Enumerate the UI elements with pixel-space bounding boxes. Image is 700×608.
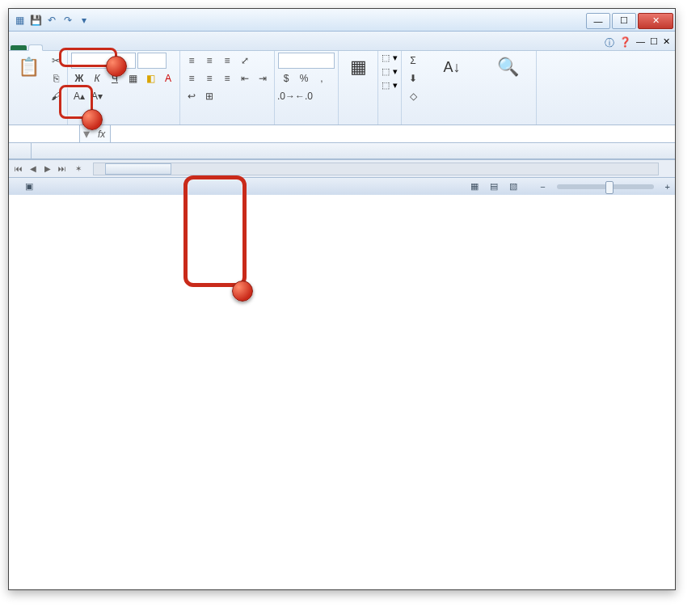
format-cell-icon: ⬚ [382, 80, 390, 91]
ribbon-minimize-icon[interactable]: ⓘ [605, 36, 614, 50]
grid-container [9, 143, 675, 159]
zoom-out-button[interactable]: − [540, 182, 545, 192]
styles-button[interactable]: ▦ [342, 53, 374, 83]
help-icon[interactable]: ❓ [619, 36, 631, 50]
tab-data[interactable] [82, 45, 95, 50]
ribbon-window-min-icon[interactable]: — [636, 36, 645, 50]
insert-cell-icon: ⬚ [382, 53, 390, 63]
orientation-button[interactable]: ⤢ [237, 53, 253, 69]
tab-addins[interactable] [133, 45, 146, 50]
save-icon[interactable]: 💾 [28, 13, 43, 27]
maximize-button[interactable]: ☐ [612, 13, 636, 29]
grow-font-button[interactable]: A▴ [71, 88, 87, 104]
tab-home[interactable] [28, 44, 43, 51]
zoom-in-button[interactable]: + [665, 182, 670, 192]
align-top-button[interactable]: ≡ [183, 53, 200, 69]
fill-button[interactable]: ⬇ [405, 70, 421, 87]
fill-color-button[interactable]: ◧ [142, 70, 158, 87]
group-cells: ⬚ ▾ ⬚ ▾ ⬚ ▾ [378, 51, 402, 125]
clipboard-label [12, 122, 64, 125]
sort-filter-button[interactable]: A↓ [424, 53, 479, 83]
sheet-nav-first[interactable]: ⏮ [12, 163, 25, 175]
editing-label [405, 122, 533, 125]
find-select-button[interactable]: 🔍 [483, 53, 533, 83]
align-center-button[interactable]: ≡ [201, 70, 217, 87]
tab-view[interactable] [108, 45, 120, 50]
italic-button[interactable]: К [89, 70, 105, 87]
tab-layout[interactable] [56, 45, 69, 50]
tab-formulas[interactable] [69, 45, 82, 50]
view-pagebreak-icon[interactable]: ▧ [509, 181, 517, 192]
align-label [183, 122, 271, 125]
percent-button[interactable]: % [296, 70, 312, 87]
tab-insert[interactable] [43, 45, 56, 50]
indent-inc-button[interactable]: ⇥ [255, 70, 271, 87]
status-bar: ▣ ▦ ▤ ▧ − + [9, 177, 675, 195]
sheet-nav-prev[interactable]: ◀ [27, 163, 40, 175]
new-sheet-button[interactable]: ✶ [72, 163, 85, 175]
font-size-combo[interactable] [137, 53, 167, 69]
tab-foxit[interactable] [146, 45, 159, 50]
ribbon-window-close-icon[interactable]: ✕ [663, 36, 670, 50]
number-label [278, 122, 335, 125]
close-button[interactable]: ✕ [638, 13, 673, 29]
decrease-decimal-button[interactable]: ←.0 [296, 88, 312, 104]
titlebar: ▦ 💾 ↶ ↷ ▾ — ☐ ✕ [9, 9, 675, 32]
align-left-button[interactable]: ≡ [183, 70, 200, 87]
name-box[interactable] [9, 125, 80, 142]
format-painter-button[interactable]: 🖌 [48, 88, 64, 104]
number-format-combo[interactable] [278, 53, 335, 69]
copy-button[interactable]: ⎘ [48, 70, 64, 87]
styles-icon: ▦ [345, 54, 371, 80]
align-bottom-button[interactable]: ≡ [219, 53, 235, 69]
shrink-font-button[interactable]: A▾ [89, 88, 105, 104]
align-middle-button[interactable]: ≡ [201, 53, 217, 69]
indent-dec-button[interactable]: ⇤ [237, 70, 253, 87]
group-styles: ▦ [339, 51, 378, 125]
bold-button[interactable]: Ж [71, 70, 87, 87]
cells-delete-button[interactable]: ⬚ ▾ [382, 66, 398, 77]
tab-dev[interactable] [120, 45, 133, 50]
currency-button[interactable]: $ [278, 70, 294, 87]
view-normal-icon[interactable]: ▦ [470, 181, 479, 192]
cells-insert-button[interactable]: ⬚ ▾ [382, 53, 398, 63]
macro-record-icon[interactable]: ▣ [25, 181, 33, 192]
tab-review[interactable] [95, 45, 108, 50]
app-window: ▦ 💾 ↶ ↷ ▾ — ☐ ✕ ⓘ ❓ — ☐ ✕ [8, 8, 676, 590]
border-button[interactable]: ▦ [124, 70, 141, 87]
horizontal-scrollbar[interactable] [93, 163, 659, 175]
callout-badge-1 [232, 281, 253, 302]
zoom-slider[interactable] [557, 184, 654, 189]
tab-file[interactable] [11, 45, 27, 50]
sheet-nav-next[interactable]: ▶ [41, 163, 54, 175]
font-color-button[interactable]: A [160, 70, 176, 87]
wrap-text-button[interactable]: ↩ [183, 88, 200, 104]
redo-icon[interactable]: ↷ [61, 13, 75, 27]
undo-icon[interactable]: ↶ [44, 13, 59, 27]
tab-abbyy[interactable] [159, 45, 172, 50]
qat-more-icon[interactable]: ▾ [77, 13, 91, 27]
cut-button[interactable]: ✂ [48, 53, 64, 69]
callout-badge-2 [106, 56, 127, 77]
minimize-button[interactable]: — [586, 13, 610, 29]
align-right-button[interactable]: ≡ [219, 70, 235, 87]
increase-decimal-button[interactable]: .0→ [278, 88, 294, 104]
comma-button[interactable]: , [314, 70, 330, 87]
delete-cell-icon: ⬚ [382, 66, 390, 77]
autosum-button[interactable]: Σ [405, 53, 421, 69]
paste-button[interactable]: 📋 [12, 53, 44, 83]
quick-access-toolbar: ▦ 💾 ↶ ↷ ▾ [9, 13, 95, 27]
merge-button[interactable]: ⊞ [201, 88, 217, 104]
group-clipboard: 📋 ✂ ⎘ 🖌 [9, 51, 68, 125]
binoculars-icon: 🔍 [495, 54, 521, 80]
formula-bar: ▾ fx [9, 125, 675, 143]
view-layout-icon[interactable]: ▤ [490, 181, 498, 192]
cells-label [382, 122, 398, 125]
sheet-nav-last[interactable]: ⏭ [56, 163, 69, 175]
ribbon-window-max-icon[interactable]: ☐ [650, 36, 658, 50]
clear-button[interactable]: ◇ [405, 88, 421, 104]
select-all-corner[interactable] [9, 143, 32, 158]
cells-format-button[interactable]: ⬚ ▾ [382, 80, 398, 91]
formula-input[interactable] [110, 125, 675, 142]
sheet-tab-bar: ⏮ ◀ ▶ ⏭ ✶ [9, 159, 675, 177]
